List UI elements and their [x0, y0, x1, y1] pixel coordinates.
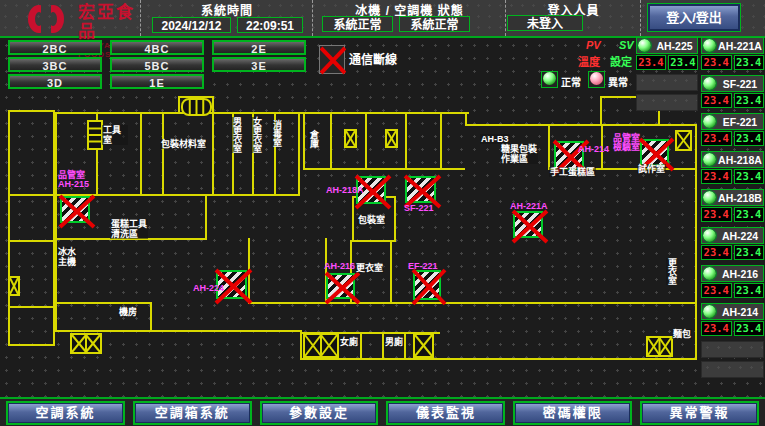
wall-segment [8, 194, 55, 196]
unit-tile-ah-221a[interactable]: AH-221A [701, 37, 764, 54]
unit-pv-value: 23.4 [701, 55, 732, 70]
ahu-comm-loss-box[interactable] [640, 139, 669, 166]
ahu-unit-label: AH-221A [510, 202, 548, 211]
room-label: 包裝室 [357, 215, 386, 225]
nav-button-ahu-system[interactable]: 空調箱系統 [133, 401, 252, 425]
unit-name: EF-221 [718, 116, 762, 128]
ahu-unit-label: AH-216 [324, 262, 355, 271]
login-logout-button[interactable]: 登入/登出 [647, 3, 741, 32]
wall-segment [205, 196, 207, 240]
unit-tile-sf-221[interactable]: SF-221 [701, 75, 764, 92]
wall-segment [140, 112, 142, 196]
room-label: 女廁 [339, 337, 359, 347]
bottom-bar: 空調系統空調箱系統參數設定儀表監視密碼權限異常警報 [0, 397, 765, 426]
sv-sub-label: 設定 [610, 53, 632, 69]
unit-tile-ah-218a[interactable]: AH-218A [701, 151, 764, 168]
pv-sub-label: 溫度 [578, 53, 600, 69]
stairs-icon [646, 336, 673, 357]
room-label: 包裝材料室 [160, 139, 207, 149]
unit-tile-ah-218b[interactable]: AH-218B [701, 189, 764, 206]
unit-status-led-icon [703, 267, 716, 280]
normal-label: 正常 [561, 74, 581, 89]
wall-segment [365, 112, 367, 170]
ahu-comm-loss-box[interactable] [326, 273, 355, 299]
ahu-comm-loss-box[interactable] [413, 270, 441, 300]
wall-segment [440, 112, 442, 170]
nav-button-instrument-monitor[interactable]: 儀表監視 [386, 401, 505, 425]
room-label: 更衣室 [666, 258, 677, 285]
wall-segment [352, 196, 354, 242]
floor-button-1e[interactable]: 1E [110, 74, 204, 89]
ahu-comm-loss-box[interactable] [513, 211, 543, 238]
floor-button-2e[interactable]: 2E [212, 40, 306, 55]
pv-header-label: PV [586, 39, 601, 51]
nav-button-ac-system[interactable]: 空調系統 [6, 401, 125, 425]
chiller-status-value: 系統正常 [322, 16, 393, 32]
wall-segment [394, 196, 396, 242]
wall-segment [360, 332, 362, 358]
wall-segment [8, 110, 55, 112]
stairs-icon [675, 130, 692, 151]
ahu-comm-loss-box[interactable] [60, 196, 90, 223]
floor-button-3bc[interactable]: 3BC [8, 57, 102, 72]
floor-buttons: 2BC4BC2E3BC5BC3E3D1E [0, 40, 310, 92]
floor-button-3e[interactable]: 3E [212, 57, 306, 72]
floor-button-3d[interactable]: 3D [8, 74, 102, 89]
wall-segment [404, 332, 406, 358]
stairs-icon [181, 98, 212, 116]
unit-status-led-icon [703, 39, 716, 52]
unit-status-led-icon [703, 153, 716, 166]
room-label: 蛋糕工具 清洗區 [110, 219, 148, 239]
hmi-screen: { "header": { "logo_title": "宏亞食品", "log… [0, 0, 765, 426]
logo-title: 宏亞食品 [78, 3, 140, 41]
wall-segment [298, 112, 300, 196]
unit-name: AH-216 [718, 268, 762, 280]
wall-segment [248, 302, 697, 304]
floor-button-5bc[interactable]: 5BC [110, 57, 204, 72]
room-label: 更衣室 [355, 263, 384, 273]
comm-loss-label: 通信斷線 [349, 50, 397, 67]
wall-segment [8, 110, 10, 346]
login-status-value: 未登入 [507, 15, 583, 31]
sv-header-label: SV [619, 39, 634, 51]
ahu-unit-label: SF-221 [404, 204, 434, 213]
unit-sv-value: 23.4 [734, 55, 765, 70]
unit-values: 23.423.4 [636, 55, 698, 70]
unit-status-led-icon [638, 39, 651, 52]
room-label: 手工蛋糕區 [549, 167, 596, 177]
wall-segment [600, 96, 602, 124]
wall-segment [465, 124, 697, 126]
nav-button-password-authority[interactable]: 密碼權限 [513, 401, 632, 425]
unit-status-led-icon [703, 305, 716, 318]
unit-tile-ah-216[interactable]: AH-216 [701, 265, 764, 282]
nav-button-alarm[interactable]: 異常警報 [640, 401, 759, 425]
wall-segment [53, 110, 55, 346]
wall-segment [162, 112, 164, 196]
room-label: 試作室 [637, 164, 666, 174]
unit-tile-ah-214[interactable]: AH-214 [701, 303, 764, 320]
floor-button-2bc[interactable]: 2BC [8, 40, 102, 55]
ladder-icon [87, 120, 103, 150]
system-date-value: 2024/12/12 [152, 17, 231, 33]
room-label: 消毒室 [271, 120, 282, 147]
nav-button-parameter-settings[interactable]: 參數設定 [260, 401, 379, 425]
wall-segment [178, 96, 180, 112]
wall-segment [212, 96, 214, 112]
floor-button-4bc[interactable]: 4BC [110, 40, 204, 55]
wall-segment [8, 344, 55, 346]
wall-segment [303, 168, 465, 170]
ahu-unit-label: AH-214 [578, 145, 609, 154]
wall-segment [695, 124, 697, 360]
ahu-comm-loss-box[interactable] [405, 176, 436, 203]
ahu-unit-label: EF-221 [408, 262, 438, 271]
wall-segment [55, 302, 152, 304]
room-label: 糖果包裝 作業區 [500, 144, 538, 164]
logo-section: 宏亞食品 HUNYA FOODS [0, 0, 140, 36]
ahu-unit-label: 品管室 檢驗室 [613, 134, 640, 152]
unit-tile-ah-225[interactable]: AH-225 [636, 37, 698, 54]
ahu-unit-label: 品管室 AH-215 [58, 171, 89, 189]
stairs-icon [413, 333, 434, 358]
empty-unit-slot [636, 74, 698, 91]
unit-tile-ah-224[interactable]: AH-224 [701, 227, 764, 244]
unit-tile-ef-221[interactable]: EF-221 [701, 113, 764, 130]
